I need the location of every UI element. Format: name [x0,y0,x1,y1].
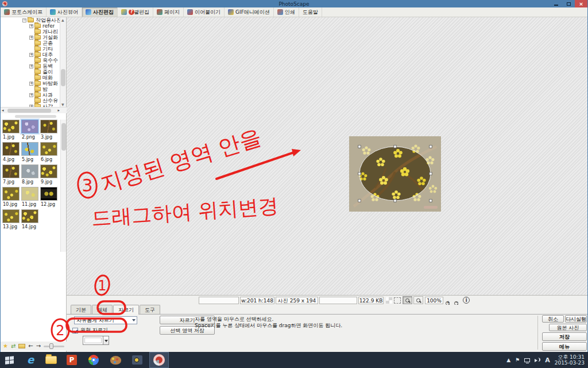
menu-tab-사진뷰어[interactable]: 사진뷰어 [47,7,82,17]
scroll-up-icon[interactable]: ▲ [61,18,64,22]
start-button[interactable] [0,352,18,368]
menu-tab-도움말[interactable]: ?도움말 [299,7,322,17]
palette-icon [110,356,121,365]
thumbnail-9.jpg[interactable]: 9.jpg [40,164,59,185]
splitter-grip[interactable] [15,115,56,118]
scrollbar-thumb[interactable] [7,109,51,113]
thumbnail-image [21,120,38,133]
thumbnail-3.jpg[interactable]: 3.jpg [40,120,59,140]
zoom-level[interactable]: 100% [425,297,443,304]
tree-item-작업용사진[interactable]: −작업용사진 [1,17,60,23]
back-button[interactable]: ← [28,342,33,350]
module-icon [50,9,56,15]
tool-panel: 기본개체자르기도구 자유롭게 자르기 원형 자르기 자르기 선택 영역 저장 자… [67,305,587,352]
thumbnail-2.png[interactable]: 2.png [21,120,40,140]
taskbar-movie-app[interactable] [127,352,147,368]
menu-tab-사진편집[interactable]: 사진편집 [82,7,118,17]
taskbar-powerpoint[interactable]: P [62,352,82,368]
titlebar[interactable]: PhotoScape × [1,0,587,7]
folder-icon [34,58,41,63]
network-icon[interactable] [524,358,530,362]
panel-tab-도구[interactable]: 도구 [140,305,160,314]
menu-tab-일괄편집[interactable]: 일괄편집 [118,7,153,17]
save-button[interactable]: 저장 [542,332,587,341]
thumbnail-6.jpg[interactable]: 6.jpg [40,142,59,162]
thumbnail-1.jpg[interactable]: 1.jpg [2,120,21,140]
panel-tab-자르기[interactable]: 자르기 [113,305,139,315]
background-color-picker[interactable] [83,336,109,345]
thumbnail-4.jpg[interactable]: 4.jpg [2,142,21,162]
thumbnail-13.jpg[interactable]: 13.jpg [2,209,21,229]
circle-crop-checkbox[interactable] [72,328,78,334]
original-photo-button[interactable]: 원본 사진 [549,324,587,331]
selection-bounds-icon[interactable] [394,297,401,304]
panel-tab-개체[interactable]: 개체 [92,305,113,314]
folder-icon [34,70,41,74]
chevron-down-icon[interactable] [103,336,109,345]
thumbnail-8.jpg[interactable]: 8.jpg [21,164,40,185]
info-button[interactable]: i [463,297,470,304]
minimize-button[interactable] [550,0,562,7]
thumbnail-12.jpg[interactable]: 12.jpg [40,187,59,207]
maximize-button[interactable] [562,0,575,7]
photo-with-crop-selection[interactable] [349,136,441,212]
thumbnail-11.jpg[interactable]: 11.jpg [21,187,40,207]
favorites-star-icon[interactable]: ★ [3,342,8,350]
scrollbar-thumb[interactable] [61,69,65,86]
crop-mode-select[interactable]: 자유롭게 자르기 [74,316,137,324]
redo-button[interactable]: 다시실행 [565,315,587,323]
menu-tab-인쇄[interactable]: 인쇄 [274,7,299,17]
menu-tab-페이지[interactable]: 페이지 [153,7,184,17]
ime-indicator[interactable]: A [545,356,550,364]
scroll-right-icon[interactable]: ▸ [57,108,60,113]
scroll-down-icon[interactable]: ▼ [61,102,64,106]
action-center-flag-icon[interactable]: ⚑ [515,357,520,363]
thumbnail-scrollbar[interactable] [60,120,66,252]
taskbar-clock[interactable]: 오후 10:31 2015-03-23 [555,354,585,366]
tree-vertical-scrollbar[interactable]: ▲ ▼ [60,17,66,107]
plus-expander-icon[interactable]: + [29,93,33,97]
open-folder-icon[interactable] [18,344,25,348]
thumbnail-5.jpg[interactable]: 5.jpg [21,142,40,162]
edit-canvas[interactable] [67,17,587,295]
plus-expander-icon[interactable]: + [29,53,33,57]
minus-expander-icon[interactable]: − [22,18,26,22]
close-button[interactable]: × [575,0,587,7]
zoom-fit-button[interactable] [403,296,412,304]
plus-expander-icon[interactable]: + [29,64,33,68]
status-bar: w:201 h:148 사진 259 x 194 122.9 KB 100% +… [67,295,587,305]
taskbar-photoscape-active[interactable] [149,352,169,368]
transparency-grid-icon[interactable] [386,297,392,304]
thumbnail-filename: 1.jpg [2,133,21,140]
thumbnail-14.jpg[interactable]: 14.jpg [21,209,40,229]
thumbnail-size-slider[interactable] [44,343,64,350]
tree-horizontal-scrollbar[interactable]: ◂ ▸ [1,107,67,113]
menu-tab-GIF애니메이션[interactable]: GIF애니메이션 [225,7,274,17]
panel-tab-기본[interactable]: 기본 [71,305,91,314]
menu-tab-이어붙이기[interactable]: 이어붙이기 [184,7,225,17]
taskbar-internet-explorer[interactable]: e [21,352,40,368]
taskbar-file-explorer[interactable] [41,352,61,368]
thumbnail-list: 1.jpg2.png3.jpg4.jpg5.jpg6.jpg7.jpg8.jpg… [2,120,60,232]
circle-crop-checkbox-row[interactable]: 원형 자르기 [72,327,108,334]
scroll-left-icon[interactable]: ◂ [2,108,4,113]
scrollbar-thumb[interactable] [61,123,66,151]
taskbar-chrome[interactable] [84,352,103,368]
thumbnail-7.jpg[interactable]: 7.jpg [2,164,21,185]
plus-expander-icon[interactable]: + [29,36,33,40]
plus-expander-icon[interactable]: + [29,24,33,28]
forward-button[interactable]: → [36,342,41,350]
taskbar-paint-app[interactable] [106,352,125,368]
menu-button[interactable]: 메뉴 [542,342,587,351]
sidebar-toolbar: ★ ⇄ ← → [1,342,67,351]
show-hidden-icons-icon[interactable]: ▲ [506,357,510,363]
undo-button[interactable]: 취소 [542,315,564,323]
speaker-icon[interactable] [535,357,540,363]
menu-tab-포토스케이프[interactable]: 포토스케이프 [1,7,47,17]
refresh-icon[interactable]: ⇄ [11,342,16,350]
thumbnail-10.jpg[interactable]: 10.jpg [2,187,21,207]
tree-item-바탕화[interactable]: +바탕화 [1,80,60,86]
zoom-window-button[interactable] [413,296,423,304]
slider-knob[interactable] [49,343,53,349]
plus-expander-icon[interactable]: + [29,82,33,86]
